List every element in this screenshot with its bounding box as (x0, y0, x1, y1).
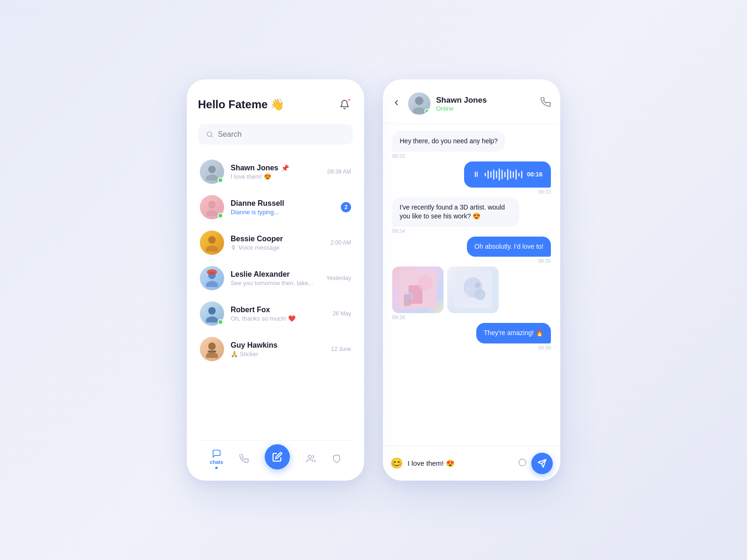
msg-bubble-4: Oh absolutly. I'd love to! (467, 237, 551, 257)
chat-item-guy[interactable]: Guy Hawkins 🙏 Sticker 12 June (198, 331, 353, 367)
back-button[interactable] (392, 98, 401, 109)
chat-info-bessie: Bessie Cooper 🎙 Voice message (231, 235, 331, 251)
online-indicator-shawn (218, 177, 223, 183)
chat-time-bessie: 2:00 AM (331, 239, 351, 246)
chat-info-leslie: Leslie Alexander See you tomorrow then. … (231, 270, 326, 287)
search-input[interactable] (218, 130, 345, 139)
avatar-leslie (200, 266, 224, 290)
message-input[interactable] (408, 460, 514, 468)
wave-bar (490, 171, 492, 178)
nav-item-compose[interactable] (265, 448, 290, 469)
chat-preview-robert: Oh, thanks so much! ❤️ (231, 315, 333, 322)
greeting-emoji: 👋 (270, 98, 284, 111)
svg-point-6 (207, 198, 217, 208)
avatar-wrap-leslie (200, 266, 224, 290)
online-indicator-robert (218, 319, 223, 325)
svg-point-28 (462, 293, 470, 301)
pause-icon[interactable]: ⏸ (472, 170, 480, 179)
avatar-wrap-bessie (200, 231, 224, 255)
chat-name-leslie: Leslie Alexander (231, 270, 290, 279)
header-contact-name: Shawn Jones (436, 96, 535, 105)
left-phone: Hello Fateme 👋 (187, 79, 364, 481)
image-thumb-1[interactable] (392, 266, 444, 313)
call-button[interactable] (541, 97, 551, 110)
chat-name-row-leslie: Leslie Alexander (231, 270, 326, 279)
wave-bar (487, 170, 489, 179)
chat-header: Shawn Jones Online (383, 79, 560, 124)
compose-icon (272, 452, 282, 462)
msg-time-4: 09:35 (538, 258, 551, 264)
chat-meta-guy: 12 June (331, 346, 351, 352)
wave-bar (518, 173, 520, 176)
svg-point-8 (206, 245, 218, 252)
wave-bar (499, 168, 500, 181)
svg-point-13 (206, 316, 218, 322)
msg-bubble-3: I've recently found a 3D artist. would y… (392, 197, 519, 227)
msg-time-2: 09:33 (538, 189, 551, 195)
svg-point-10 (206, 281, 218, 287)
phones-container: Hello Fateme 👋 (187, 79, 560, 481)
online-indicator-dianne (218, 213, 223, 218)
svg-point-30 (466, 287, 471, 292)
svg-point-31 (519, 459, 526, 466)
chat-meta-shawn: 09:38 AM (327, 168, 351, 175)
msg-text-1: Hey there, do you need any help? (400, 137, 498, 145)
chat-list: Shawn Jones 📌 I love them! 😍 09:38 AM (198, 154, 353, 436)
chat-info-guy: Guy Hawkins 🙏 Sticker (231, 341, 331, 357)
chat-meta-dianne: 2 (341, 202, 351, 212)
chat-name-row-dianne: Dianne Russell (231, 199, 341, 208)
msg-bubble-1: Hey there, do you need any help? (392, 131, 505, 152)
svg-point-0 (207, 132, 212, 136)
svg-rect-16 (208, 350, 216, 352)
nav-item-settings[interactable] (332, 454, 341, 463)
chat-item-leslie[interactable]: Leslie Alexander See you tomorrow then. … (198, 260, 353, 296)
svg-point-12 (208, 307, 216, 315)
unread-badge-dianne: 2 (341, 202, 351, 212)
chat-item-shawn[interactable]: Shawn Jones 📌 I love them! 😍 09:38 AM (198, 154, 353, 189)
chat-time-robert: 26 May (333, 310, 351, 317)
svg-point-14 (208, 343, 216, 350)
chat-preview-leslie: See you tomorrow then. take... (231, 280, 326, 287)
chat-item-bessie[interactable]: Bessie Cooper 🎙 Voice message 2:00 AM (198, 225, 353, 260)
compose-fab[interactable] (265, 444, 290, 469)
nav-item-calls[interactable] (240, 454, 249, 463)
chat-name-row-robert: Robert Fox (231, 306, 333, 314)
chats-nav-icon (212, 449, 221, 458)
message-1: Hey there, do you need any help? 09:32 (392, 131, 551, 159)
nav-item-contacts[interactable] (306, 454, 316, 463)
svg-point-5 (206, 210, 218, 216)
chat-item-dianne[interactable]: Dianne Russell Dianne is typing... 2 (198, 189, 353, 225)
emoji-button[interactable]: 😊 (390, 457, 403, 469)
send-button[interactable] (531, 453, 553, 474)
image-thumb-2[interactable] (447, 266, 499, 313)
wave-bar (510, 170, 511, 179)
wave-bar (485, 173, 486, 176)
svg-point-22 (417, 275, 432, 290)
msg-time-6: 09:38 (538, 345, 551, 350)
voice-duration: 00:16 (527, 171, 543, 178)
chat-preview-dianne: Dianne is typing... (231, 209, 341, 216)
chat-info-robert: Robert Fox Oh, thanks so much! ❤️ (231, 306, 333, 322)
chat-meta-leslie: Yesterday (326, 275, 351, 281)
nav-item-chats[interactable]: chats (210, 449, 223, 469)
chat-info-dianne: Dianne Russell Dianne is typing... (231, 199, 341, 216)
message-5: 09:36 (392, 266, 551, 320)
header-info: Shawn Jones Online (436, 96, 535, 112)
chat-name-bessie: Bessie Cooper (231, 235, 283, 243)
search-bar[interactable] (198, 124, 353, 145)
chats-nav-dot (215, 467, 218, 469)
chat-preview-guy: 🙏 Sticker (231, 350, 331, 357)
attachment-button[interactable] (518, 458, 527, 469)
notification-button[interactable] (336, 96, 353, 113)
svg-line-1 (211, 136, 212, 137)
chat-preview-shawn: I love them! 😍 (231, 173, 327, 180)
bottom-nav: chats (198, 440, 353, 469)
chat-item-robert[interactable]: Robert Fox Oh, thanks so much! ❤️ 26 May (198, 296, 353, 331)
voice-icon: 🎙 (231, 244, 237, 251)
message-2: ⏸ (392, 161, 551, 195)
waveform (485, 168, 522, 181)
wave-bar (507, 169, 508, 180)
msg-text-4: Oh absolutly. I'd love to! (474, 243, 543, 250)
msg-time-3: 09:34 (392, 228, 405, 234)
svg-point-2 (208, 166, 216, 173)
